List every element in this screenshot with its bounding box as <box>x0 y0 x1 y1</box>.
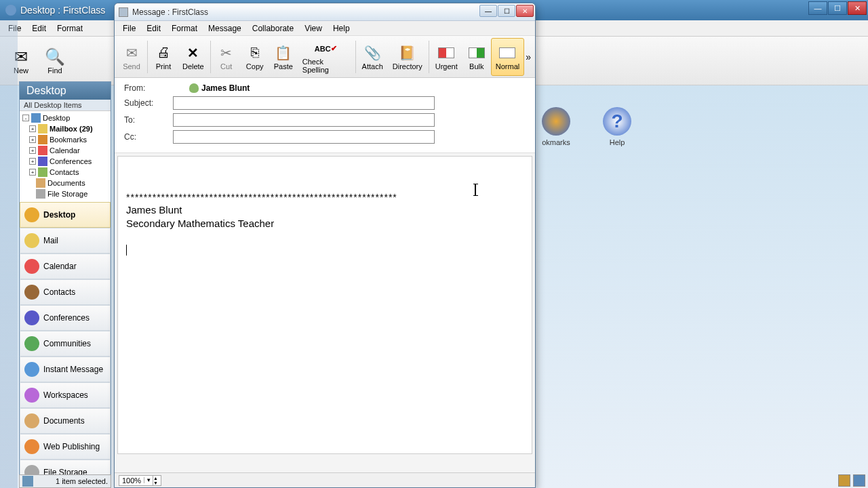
tree-toggle-icon[interactable]: + <box>29 158 36 165</box>
check-spelling-button[interactable]: ABC✔Check Spelling <box>298 38 354 76</box>
toolbar-separator <box>429 41 429 73</box>
toolbar-overflow-button[interactable]: » <box>524 52 532 62</box>
status-icon <box>22 476 33 487</box>
nav-contacts[interactable]: Contacts <box>20 279 111 305</box>
bg-minimize-button[interactable]: — <box>808 1 827 15</box>
bookmarks-icon <box>542 107 570 136</box>
urgent-icon <box>437 43 456 62</box>
bg-tool-find[interactable]: 🔍 Find <box>37 45 73 77</box>
nav-desktop[interactable]: Desktop <box>20 202 111 228</box>
bg-maximize-button[interactable]: ☐ <box>828 1 847 15</box>
tool-label: Directory <box>393 62 422 70</box>
mail-nav-icon <box>24 233 39 248</box>
contacts-nav-icon <box>24 285 39 300</box>
cc-input[interactable] <box>173 130 435 144</box>
caret-icon <box>126 245 127 256</box>
tree-contacts[interactable]: +Contacts <box>21 167 109 178</box>
menu-message[interactable]: Message <box>203 22 247 35</box>
tree-toggle-icon[interactable]: + <box>29 136 36 143</box>
menu-edit[interactable]: Edit <box>141 22 166 35</box>
zoom-dropdown-icon[interactable]: ▼ <box>144 477 153 483</box>
print-button[interactable]: 🖨Print <box>149 38 178 76</box>
web-nav-icon <box>24 439 39 454</box>
zoom-control[interactable]: 100% ▼ ▲▼ <box>119 475 161 486</box>
tree-toggle-icon[interactable]: + <box>29 169 36 176</box>
attach-button[interactable]: 📎Attach <box>357 38 388 76</box>
documents-icon <box>36 178 45 188</box>
tree-item-label: Conferences <box>50 157 92 165</box>
tree-desktop[interactable]: - Desktop <box>21 113 109 123</box>
msg-maximize-button[interactable]: ☐ <box>498 5 515 17</box>
send-button[interactable]: ✉Send <box>117 38 146 76</box>
nav-mail[interactable]: Mail <box>20 228 111 253</box>
nav-web-publishing[interactable]: Web Publishing <box>20 434 111 460</box>
urgent-button[interactable]: Urgent <box>431 38 462 76</box>
nav-conferences[interactable]: Conferences <box>20 305 111 331</box>
normal-button[interactable]: Normal <box>491 38 524 76</box>
cut-icon: ✂ <box>217 43 236 62</box>
filestorage-icon <box>36 189 45 199</box>
bulk-button[interactable]: Bulk <box>462 38 491 76</box>
menu-file[interactable]: File <box>117 22 141 35</box>
tree-mailbox-label: Mailbox (29) <box>50 125 93 133</box>
nav-label: Workspaces <box>43 390 88 400</box>
tray-icon-1[interactable] <box>838 474 850 487</box>
delete-button[interactable]: ✕Delete <box>178 38 209 76</box>
msg-close-button[interactable]: ✕ <box>516 5 534 17</box>
menu-format[interactable]: Format <box>166 22 203 35</box>
zoom-stepper[interactable]: ▲▼ <box>153 476 161 485</box>
nav-label: Communities <box>43 339 91 348</box>
bookmarks-desktop-icon[interactable]: okmarks <box>539 107 573 146</box>
cut-button[interactable]: ✂Cut <box>212 38 241 76</box>
message-body[interactable]: ****************************************… <box>117 156 532 454</box>
menu-view[interactable]: View <box>299 22 328 35</box>
directory-icon: 📔 <box>398 43 417 62</box>
msg-titlebar[interactable]: Message : FirstClass — ☐ ✕ <box>115 3 535 21</box>
tree-toggle-icon[interactable]: - <box>22 115 29 121</box>
contacts-icon <box>38 167 47 177</box>
zoom-value: 100% <box>119 476 144 485</box>
tray-icon-2[interactable] <box>853 474 865 487</box>
left-background-strip <box>0 20 18 488</box>
tree-toggle-icon[interactable]: + <box>29 147 36 154</box>
nav-documents[interactable]: Documents <box>20 408 111 434</box>
menu-help[interactable]: Help <box>328 22 355 35</box>
tree-filestorage[interactable]: File Storage <box>21 188 109 199</box>
person-icon <box>189 83 199 93</box>
tree-bookmarks[interactable]: +Bookmarks <box>21 134 109 145</box>
to-input[interactable] <box>173 113 435 127</box>
tree-calendar[interactable]: +Calendar <box>21 145 109 156</box>
app-icon <box>5 5 16 16</box>
tree-item-label: Contacts <box>50 168 79 176</box>
bg-menu-format[interactable]: Format <box>52 22 88 35</box>
paste-button[interactable]: 📋Paste <box>269 38 298 76</box>
menu-collaborate[interactable]: Collaborate <box>247 22 299 35</box>
subject-label: Subject: <box>124 98 173 108</box>
desktop-icons: okmarks ? Help <box>539 107 634 146</box>
tool-label: Print <box>156 62 172 70</box>
nav-workspaces[interactable]: Workspaces <box>20 382 111 408</box>
subject-input[interactable] <box>173 96 435 110</box>
tree-mailbox[interactable]: + Mailbox (29) <box>21 123 109 134</box>
copy-button[interactable]: ⎘Copy <box>241 38 269 76</box>
tree-documents[interactable]: Documents <box>21 178 109 188</box>
directory-button[interactable]: 📔Directory <box>388 38 427 76</box>
nav-calendar[interactable]: Calendar <box>20 253 111 279</box>
bg-close-button[interactable]: ✕ <box>848 1 867 15</box>
signature-role: Secondary Mathematics Teacher <box>126 217 524 230</box>
mailbox-icon <box>38 124 47 134</box>
tree-conferences[interactable]: +Conferences <box>21 156 109 167</box>
nav-communities[interactable]: Communities <box>20 331 111 357</box>
msg-minimize-button[interactable]: — <box>479 5 497 17</box>
tree-item-label: Bookmarks <box>50 136 87 144</box>
nav-label: Contacts <box>43 287 75 297</box>
sidebar-tree: - Desktop + Mailbox (29) +Bookmarks +Cal… <box>20 111 111 201</box>
help-icon: ? <box>603 107 631 136</box>
tool-label: Check Spelling <box>302 58 349 74</box>
nav-instant-message[interactable]: Instant Message <box>20 357 111 382</box>
tree-item-label: File Storage <box>47 190 87 198</box>
bg-menu-edit[interactable]: Edit <box>26 22 52 35</box>
help-desktop-icon[interactable]: ? Help <box>600 107 634 146</box>
tool-label: Urgent <box>435 62 458 70</box>
tree-toggle-icon[interactable]: + <box>29 125 36 132</box>
